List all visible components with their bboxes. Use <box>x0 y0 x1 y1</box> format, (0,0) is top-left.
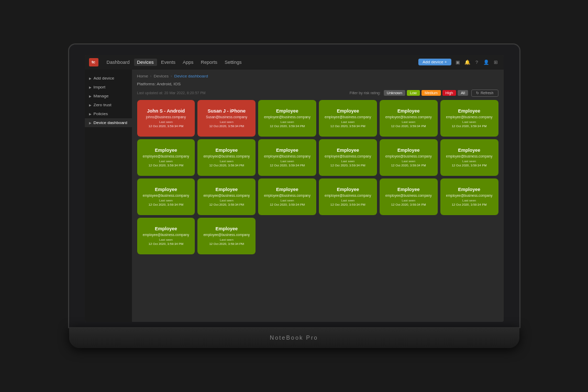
device-last-seen-time: 12 Oct 2020, 3:59:34 PM <box>149 125 184 128</box>
user-icon[interactable]: 👤 <box>483 59 490 66</box>
device-email: Susan@business.company <box>206 115 247 119</box>
device-last-seen-time: 12 Oct 2020, 3:59:34 PM <box>209 242 244 245</box>
nav-items: Dashboard Devices Events Apps Reports Se… <box>104 59 416 66</box>
device-last-seen-label: Last seen <box>462 160 476 163</box>
sidebar-item-add-device[interactable]: ▶ Add device <box>85 74 132 83</box>
nav-devices[interactable]: Devices <box>134 59 157 66</box>
device-card[interactable]: Employeeemployee@business.companyLast se… <box>258 100 316 137</box>
screen-bezel: tc Dashboard Devices Events Apps Reports… <box>69 44 519 327</box>
device-card[interactable]: Employeeemployee@business.companyLast se… <box>440 139 498 176</box>
device-last-seen-label: Last seen <box>281 199 294 202</box>
device-email: johns@business.company <box>146 115 186 119</box>
device-email: employee@business.company <box>264 154 310 159</box>
top-nav: tc Dashboard Devices Events Apps Reports… <box>85 55 504 70</box>
device-name: John S - Android <box>147 108 185 114</box>
device-last-seen-label: Last seen <box>159 238 173 241</box>
device-last-seen-label: Last seen <box>220 160 234 163</box>
refresh-button[interactable]: ↻ Refresh <box>471 89 498 97</box>
device-card[interactable]: Employeeemployee@business.companyLast se… <box>137 218 195 254</box>
arrow-icon: ▶ <box>89 121 92 125</box>
sidebar-item-policies[interactable]: ▶ Policies <box>85 109 132 118</box>
device-card[interactable]: Employeeemployee@business.companyLast se… <box>258 178 316 215</box>
nav-reports[interactable]: Reports <box>198 59 221 66</box>
sidebar-item-manage[interactable]: ▶ Manage <box>85 92 132 100</box>
device-card[interactable]: Employeeemployee@business.companyLast se… <box>319 100 377 137</box>
nav-icons: ▣ 🔔 ? 👤 ⊞ <box>454 59 500 66</box>
device-last-seen-time: 12 Oct 2020, 3:59:34 PM <box>391 164 426 167</box>
nav-events[interactable]: Events <box>158 59 179 66</box>
filter-low-button[interactable]: Low <box>407 90 420 96</box>
monitor-icon: ▣ <box>454 59 462 66</box>
device-email: employee@business.company <box>385 194 432 198</box>
sidebar-label-device-dashboard: Device dashboard <box>94 120 127 125</box>
laptop-base: NoteBook Pro <box>69 327 519 348</box>
device-card[interactable]: Susan J - iPhoneSusan@business.companyLa… <box>197 100 256 137</box>
breadcrumb-current: Device dashboard <box>174 74 208 79</box>
filter-high-button[interactable]: High <box>442 90 456 96</box>
device-name: Employee <box>155 187 177 193</box>
device-card[interactable]: Employeeemployee@business.companyLast se… <box>197 218 256 254</box>
device-email: employee@business.company <box>203 154 250 159</box>
device-card[interactable]: Employeeemployee@business.companyLast se… <box>440 100 498 137</box>
device-card[interactable]: Employeeemployee@business.companyLast se… <box>440 178 498 215</box>
device-last-seen-label: Last seen <box>159 120 173 124</box>
device-card[interactable]: Employeeemployee@business.companyLast se… <box>197 139 256 176</box>
device-card[interactable]: John S - Androidjohns@business.companyLa… <box>137 100 195 137</box>
sidebar-label-policies: Policies <box>94 111 108 116</box>
device-last-seen-time: 12 Oct 2020, 3:59:34 PM <box>149 164 184 167</box>
device-last-seen-label: Last seen <box>220 120 234 124</box>
device-last-seen-label: Last seen <box>341 199 354 202</box>
bell-icon[interactable]: 🔔 <box>464 59 471 66</box>
breadcrumb-sep-2: › <box>171 74 172 79</box>
device-name: Employee <box>397 187 420 193</box>
device-last-seen-time: 12 Oct 2020, 3:59:34 PM <box>391 125 426 128</box>
add-device-button[interactable]: Add device + <box>418 59 451 65</box>
device-email: employee@business.company <box>385 115 432 119</box>
device-last-seen-time: 12 Oct 2020, 3:59:34 PM <box>270 203 305 206</box>
grid-icon[interactable]: ⊞ <box>492 59 500 66</box>
filter-medium-button[interactable]: Medium <box>421 90 441 96</box>
device-email: employee@business.company <box>385 154 432 159</box>
laptop-wrapper: tc Dashboard Devices Events Apps Reports… <box>69 44 519 348</box>
breadcrumb-home[interactable]: Home <box>137 74 148 79</box>
device-last-seen-label: Last seen <box>462 120 476 124</box>
device-card[interactable]: Employeeemployee@business.companyLast se… <box>380 139 438 176</box>
breadcrumb-sep-1: › <box>150 74 152 79</box>
device-name: Employee <box>397 148 420 153</box>
device-email: employee@business.company <box>203 233 250 237</box>
device-last-seen-time: 12 Oct 2020, 3:59:34 PM <box>452 203 487 206</box>
device-card[interactable]: Employeeemployee@business.companyLast se… <box>319 178 377 215</box>
sidebar-item-import[interactable]: ▶ Import <box>85 83 132 92</box>
device-name: Employee <box>215 148 238 153</box>
help-icon[interactable]: ? <box>473 59 481 66</box>
device-card[interactable]: Employeeemployee@business.companyLast se… <box>258 139 316 176</box>
nav-settings[interactable]: Settings <box>221 59 245 66</box>
device-card[interactable]: Employeeemployee@business.companyLast se… <box>380 100 438 137</box>
device-card[interactable]: Employeeemployee@business.companyLast se… <box>380 178 438 215</box>
device-card[interactable]: Employeeemployee@business.companyLast se… <box>137 139 195 176</box>
device-email: employee@business.company <box>143 233 190 237</box>
filter-all-button[interactable]: All <box>458 90 468 96</box>
laptop-brand: NoteBook Pro <box>270 334 318 341</box>
device-last-seen-time: 12 Oct 2020, 3:59:34 PM <box>330 203 365 206</box>
nav-apps[interactable]: Apps <box>180 59 197 66</box>
breadcrumb-devices[interactable]: Devices <box>154 74 169 79</box>
device-card[interactable]: Employeeemployee@business.companyLast se… <box>197 178 256 215</box>
sidebar-item-device-dashboard[interactable]: ▶ Device dashboard <box>85 118 132 127</box>
device-card[interactable]: Employeeemployee@business.companyLast se… <box>319 139 377 176</box>
device-card[interactable]: Employeeemployee@business.companyLast se… <box>137 178 195 215</box>
sidebar-item-zero-trust[interactable]: ▶ Zero trust <box>85 100 132 109</box>
device-email: employee@business.company <box>143 154 190 159</box>
nav-dashboard[interactable]: Dashboard <box>104 59 133 66</box>
filter-label: Filter by risk rating: <box>350 91 381 95</box>
device-email: employee@business.company <box>325 154 371 159</box>
device-name: Employee <box>215 226 238 232</box>
device-last-seen-time: 12 Oct 2020, 3:59:34 PM <box>391 203 426 206</box>
device-last-seen-time: 12 Oct 2020, 3:59:34 PM <box>209 203 244 206</box>
device-name: Employee <box>276 187 298 193</box>
filter-buttons: Unknown Low Medium High All <box>384 90 468 96</box>
device-name: Employee <box>155 226 177 232</box>
device-grid: John S - Androidjohns@business.companyLa… <box>137 100 498 254</box>
filter-unknown-button[interactable]: Unknown <box>384 90 405 96</box>
device-last-seen-label: Last seen <box>341 120 354 124</box>
